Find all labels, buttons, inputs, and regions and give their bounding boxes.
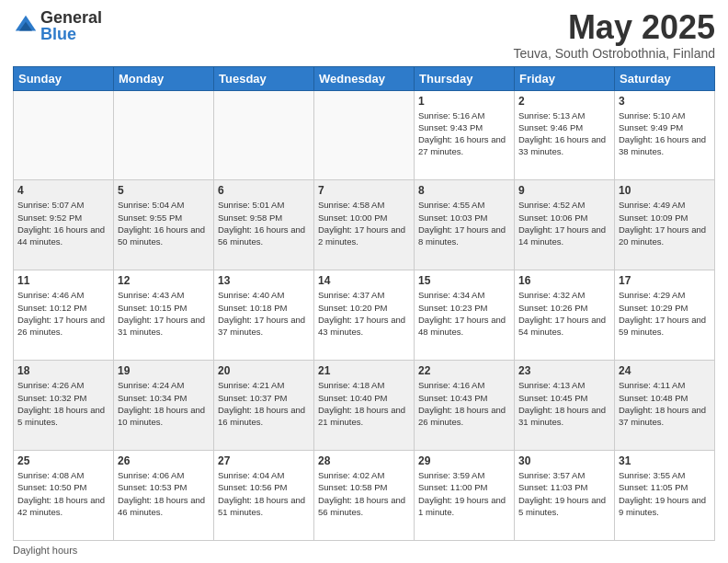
day-info: Sunrise: 5:13 AM Sunset: 9:46 PM Dayligh… [518, 109, 610, 158]
day-cell: 19Sunrise: 4:24 AM Sunset: 10:34 PM Dayl… [114, 361, 214, 451]
day-info: Sunrise: 4:43 AM Sunset: 10:15 PM Daylig… [118, 289, 210, 338]
day-info: Sunrise: 3:55 AM Sunset: 11:05 PM Daylig… [619, 469, 711, 518]
day-info: Sunrise: 4:46 AM Sunset: 10:12 PM Daylig… [17, 289, 109, 338]
day-info: Sunrise: 4:11 AM Sunset: 10:48 PM Daylig… [619, 379, 711, 428]
day-cell [114, 90, 214, 180]
day-cell: 16Sunrise: 4:32 AM Sunset: 10:26 PM Dayl… [515, 270, 615, 361]
day-cell: 5Sunrise: 5:04 AM Sunset: 9:55 PM Daylig… [114, 180, 214, 270]
day-number: 11 [17, 274, 109, 287]
day-info: Sunrise: 4:26 AM Sunset: 10:32 PM Daylig… [17, 379, 109, 428]
col-thursday: Thursday [415, 66, 515, 90]
day-number: 22 [418, 364, 510, 377]
day-info: Sunrise: 5:04 AM Sunset: 9:55 PM Dayligh… [118, 199, 210, 247]
day-cell: 7Sunrise: 4:58 AM Sunset: 10:00 PM Dayli… [314, 180, 415, 270]
day-number: 9 [518, 184, 610, 197]
day-number: 17 [619, 274, 711, 287]
day-info: Sunrise: 5:07 AM Sunset: 9:52 PM Dayligh… [17, 199, 109, 247]
day-cell: 4Sunrise: 5:07 AM Sunset: 9:52 PM Daylig… [14, 180, 114, 270]
day-cell: 2Sunrise: 5:13 AM Sunset: 9:46 PM Daylig… [515, 90, 615, 180]
day-cell: 12Sunrise: 4:43 AM Sunset: 10:15 PM Dayl… [114, 270, 214, 361]
day-cell: 11Sunrise: 4:46 AM Sunset: 10:12 PM Dayl… [14, 270, 114, 361]
day-cell: 25Sunrise: 4:08 AM Sunset: 10:50 PM Dayl… [14, 451, 114, 541]
day-info: Sunrise: 4:55 AM Sunset: 10:03 PM Daylig… [418, 199, 510, 247]
day-info: Sunrise: 5:10 AM Sunset: 9:49 PM Dayligh… [619, 109, 711, 158]
day-cell: 22Sunrise: 4:16 AM Sunset: 10:43 PM Dayl… [415, 361, 515, 451]
day-number: 6 [218, 184, 310, 197]
day-number: 2 [518, 95, 610, 108]
day-number: 12 [118, 274, 210, 287]
week-row-2: 4Sunrise: 5:07 AM Sunset: 9:52 PM Daylig… [14, 180, 715, 270]
day-info: Sunrise: 4:21 AM Sunset: 10:37 PM Daylig… [218, 379, 310, 428]
day-number: 25 [17, 454, 109, 467]
day-cell: 15Sunrise: 4:34 AM Sunset: 10:23 PM Dayl… [415, 270, 515, 361]
logo-blue: Blue [40, 26, 102, 42]
day-cell: 8Sunrise: 4:55 AM Sunset: 10:03 PM Dayli… [415, 180, 515, 270]
day-info: Sunrise: 4:16 AM Sunset: 10:43 PM Daylig… [418, 379, 510, 428]
day-number: 1 [418, 95, 510, 108]
day-info: Sunrise: 4:29 AM Sunset: 10:29 PM Daylig… [619, 289, 711, 338]
day-info: Sunrise: 4:06 AM Sunset: 10:53 PM Daylig… [118, 469, 210, 518]
month-title: May 2025 [514, 9, 715, 46]
day-number: 7 [318, 184, 410, 197]
day-number: 28 [318, 454, 410, 467]
day-cell [314, 90, 415, 180]
day-info: Sunrise: 4:58 AM Sunset: 10:00 PM Daylig… [318, 199, 410, 247]
day-number: 21 [318, 364, 410, 377]
day-info: Sunrise: 4:24 AM Sunset: 10:34 PM Daylig… [118, 379, 210, 428]
day-number: 23 [518, 364, 610, 377]
header-row: Sunday Monday Tuesday Wednesday Thursday… [14, 66, 715, 90]
day-cell: 21Sunrise: 4:18 AM Sunset: 10:40 PM Dayl… [314, 361, 415, 451]
day-info: Sunrise: 4:37 AM Sunset: 10:20 PM Daylig… [318, 289, 410, 338]
day-info: Sunrise: 4:32 AM Sunset: 10:26 PM Daylig… [518, 289, 610, 338]
day-number: 20 [218, 364, 310, 377]
day-cell: 17Sunrise: 4:29 AM Sunset: 10:29 PM Dayl… [615, 270, 715, 361]
location-title: Teuva, South Ostrobothnia, Finland [514, 46, 715, 61]
day-info: Sunrise: 4:18 AM Sunset: 10:40 PM Daylig… [318, 379, 410, 428]
col-tuesday: Tuesday [214, 66, 314, 90]
calendar-table: Sunday Monday Tuesday Wednesday Thursday… [13, 66, 715, 541]
day-number: 10 [619, 184, 711, 197]
header: General Blue May 2025 Teuva, South Ostro… [13, 9, 715, 61]
footer-note: Daylight hours [13, 545, 715, 556]
day-info: Sunrise: 4:02 AM Sunset: 10:58 PM Daylig… [318, 469, 410, 518]
day-info: Sunrise: 5:16 AM Sunset: 9:43 PM Dayligh… [418, 109, 510, 158]
day-cell: 14Sunrise: 4:37 AM Sunset: 10:20 PM Dayl… [314, 270, 415, 361]
col-saturday: Saturday [615, 66, 715, 90]
day-info: Sunrise: 4:34 AM Sunset: 10:23 PM Daylig… [418, 289, 510, 338]
day-cell: 24Sunrise: 4:11 AM Sunset: 10:48 PM Dayl… [615, 361, 715, 451]
day-cell: 3Sunrise: 5:10 AM Sunset: 9:49 PM Daylig… [615, 90, 715, 180]
day-cell: 13Sunrise: 4:40 AM Sunset: 10:18 PM Dayl… [214, 270, 314, 361]
day-number: 15 [418, 274, 510, 287]
day-number: 19 [118, 364, 210, 377]
day-cell [214, 90, 314, 180]
col-monday: Monday [114, 66, 214, 90]
day-cell: 30Sunrise: 3:57 AM Sunset: 11:03 PM Dayl… [515, 451, 615, 541]
title-block: May 2025 Teuva, South Ostrobothnia, Finl… [514, 9, 715, 61]
day-number: 26 [118, 454, 210, 467]
day-cell: 6Sunrise: 5:01 AM Sunset: 9:58 PM Daylig… [214, 180, 314, 270]
day-info: Sunrise: 4:49 AM Sunset: 10:09 PM Daylig… [619, 199, 711, 247]
day-info: Sunrise: 4:08 AM Sunset: 10:50 PM Daylig… [17, 469, 109, 518]
col-friday: Friday [515, 66, 615, 90]
day-cell: 10Sunrise: 4:49 AM Sunset: 10:09 PM Dayl… [615, 180, 715, 270]
day-cell: 9Sunrise: 4:52 AM Sunset: 10:06 PM Dayli… [515, 180, 615, 270]
day-cell: 1Sunrise: 5:16 AM Sunset: 9:43 PM Daylig… [415, 90, 515, 180]
day-cell: 27Sunrise: 4:04 AM Sunset: 10:56 PM Dayl… [214, 451, 314, 541]
day-cell: 28Sunrise: 4:02 AM Sunset: 10:58 PM Dayl… [314, 451, 415, 541]
day-info: Sunrise: 3:57 AM Sunset: 11:03 PM Daylig… [518, 469, 610, 518]
day-info: Sunrise: 4:13 AM Sunset: 10:45 PM Daylig… [518, 379, 610, 428]
logo-text: General Blue [40, 9, 102, 42]
week-row-4: 18Sunrise: 4:26 AM Sunset: 10:32 PM Dayl… [14, 361, 715, 451]
day-number: 8 [418, 184, 510, 197]
col-sunday: Sunday [14, 66, 114, 90]
day-number: 30 [518, 454, 610, 467]
page: General Blue May 2025 Teuva, South Ostro… [0, 0, 728, 563]
week-row-3: 11Sunrise: 4:46 AM Sunset: 10:12 PM Dayl… [14, 270, 715, 361]
week-row-5: 25Sunrise: 4:08 AM Sunset: 10:50 PM Dayl… [14, 451, 715, 541]
day-number: 16 [518, 274, 610, 287]
day-cell: 31Sunrise: 3:55 AM Sunset: 11:05 PM Dayl… [615, 451, 715, 541]
day-number: 27 [218, 454, 310, 467]
logo: General Blue [13, 9, 102, 42]
day-number: 5 [118, 184, 210, 197]
day-cell: 20Sunrise: 4:21 AM Sunset: 10:37 PM Dayl… [214, 361, 314, 451]
